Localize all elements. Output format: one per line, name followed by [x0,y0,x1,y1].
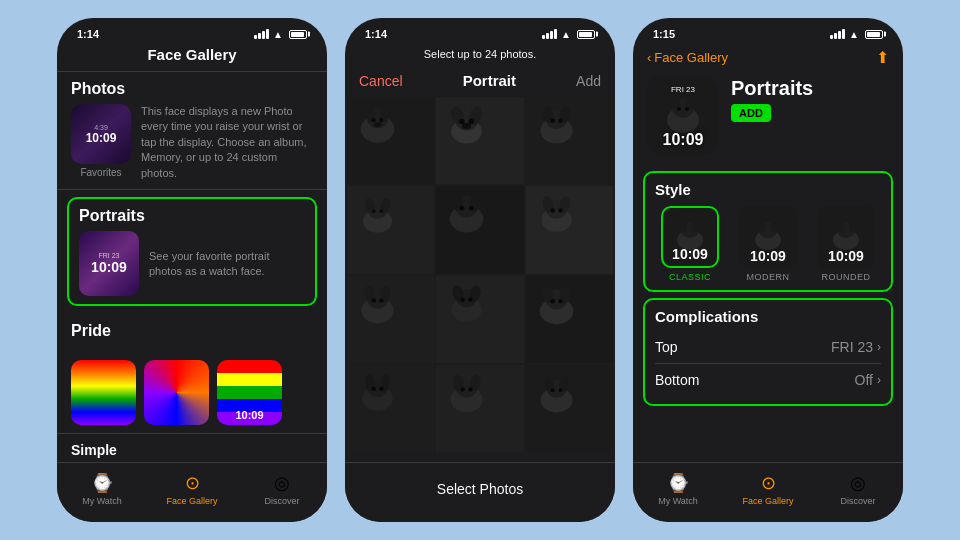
rounded-label: ROUNDED [821,272,870,282]
photo-cell-4[interactable] [347,186,434,273]
s3-hero: FRI 23 10:09 Portraits ADD [633,73,903,165]
tab-face-gallery-1[interactable]: ⊙ Face Gallery [147,472,237,506]
tab-face-gallery-3[interactable]: ⊙ Face Gallery [723,472,813,506]
complication-bottom[interactable]: Bottom Off › [655,364,881,396]
svg-point-78 [677,107,681,111]
svg-point-11 [460,119,465,124]
select-photos-button[interactable]: Select Photos [437,481,523,497]
pride-face-2[interactable] [144,360,209,425]
phone-screen-2: 1:14 ▲ Select up to 24 photos. Cancel Po… [345,18,615,522]
style-option-classic[interactable]: 10:09 CLASSIC [655,206,725,282]
photo-cell-3[interactable] [526,97,613,184]
photo-cell-2[interactable] [436,97,523,184]
svg-point-42 [371,298,376,303]
signal-icon-1 [254,29,269,39]
photo-cell-1[interactable] [347,97,434,184]
svg-point-54 [550,299,555,304]
complication-top-label: Top [655,339,678,355]
svg-point-79 [685,107,689,111]
status-icons-3: ▲ [830,29,883,40]
style-options: 10:09 CLASSIC 10:09 MODERN [655,206,881,282]
complications-section: Complications Top FRI 23 › Bottom Off › [643,298,893,406]
portraits-section[interactable]: Portraits FRI 23 10:09 See your favorite… [67,197,317,306]
complication-bottom-label: Bottom [655,372,699,388]
pride-section: 10:09 [57,346,327,433]
svg-point-73 [558,388,562,392]
portrait-time: 10:09 [91,259,127,275]
tab-my-watch-3[interactable]: ⌚ My Watch [633,472,723,506]
photos-watch-thumb[interactable]: 4:39 10:09 [71,104,131,164]
complication-bottom-value: Off › [855,372,881,388]
complication-top[interactable]: Top FRI 23 › [655,331,881,363]
time-display-2: 1:14 [365,28,387,40]
pride-face-1[interactable] [71,360,136,425]
wifi-icon-2: ▲ [561,29,571,40]
tab-discover-label-1: Discover [264,496,299,506]
status-icons-2: ▲ [542,29,595,40]
svg-point-67 [468,387,473,392]
portrait-date: FRI 23 [91,252,127,259]
svg-point-37 [558,209,563,214]
status-icons-1: ▲ [254,29,307,40]
dog-image-2 [436,97,497,158]
photo-grid [345,97,615,452]
battery-icon-2 [577,30,595,39]
dog-image-8 [436,276,497,337]
svg-point-30 [460,206,465,211]
portraits-description: See your favorite portrait photos as a w… [149,249,305,280]
dog-image-4 [347,186,408,247]
photo-cell-5[interactable] [436,186,523,273]
add-watch-face-button[interactable]: ADD [731,104,771,122]
tab-my-watch-1[interactable]: ⌚ My Watch [57,472,147,506]
share-button[interactable]: ⬆ [876,48,889,67]
portraits-detail-title: Portraits [731,77,889,100]
dog-image-3 [526,97,587,158]
style-section: Style 10:09 CLASSIC [643,171,893,292]
photos-description: This face displays a new Photo every tim… [141,104,313,181]
modern-watch-preview: 10:09 [739,206,797,268]
photos-section: 4:39 10:09 Favorites This face displays … [57,104,327,189]
status-bar-3: 1:15 ▲ [633,18,903,44]
s2-top-bar: Cancel Portrait Add [345,66,615,97]
divider-1 [57,189,327,190]
screen1-content: Photos 4:39 10:09 Favorites This face di… [57,72,327,462]
photo-cell-11[interactable] [436,365,523,452]
svg-point-60 [371,386,376,391]
photo-cell-10[interactable] [347,365,434,452]
back-button[interactable]: ‹ Face Gallery [647,50,728,65]
style-option-rounded[interactable]: 10:09 ROUNDED [811,206,881,282]
tab-discover-1[interactable]: ◎ Discover [237,472,327,506]
chevron-left-icon: ‹ [647,50,651,65]
photo-cell-6[interactable] [526,186,613,273]
classic-watch-preview: 10:09 [661,206,719,268]
style-option-modern[interactable]: 10:09 MODERN [733,206,803,282]
discover-icon-1: ◎ [274,472,290,494]
tab-discover-3[interactable]: ◎ Discover [813,472,903,506]
discover-icon-3: ◎ [850,472,866,494]
photo-cell-8[interactable] [436,276,523,363]
watch-icon-1: ⌚ [91,472,113,494]
modern-label: MODERN [747,272,790,282]
chevron-right-icon-bottom: › [877,373,881,387]
signal-icon-3 [830,29,845,39]
svg-point-55 [558,299,563,304]
classic-label: CLASSIC [669,272,711,282]
status-bar-2: 1:14 ▲ [345,18,615,44]
dog-image-1 [347,97,408,158]
cancel-button[interactable]: Cancel [359,73,403,89]
photo-cell-9[interactable] [526,276,613,363]
portrait-watch-thumb: FRI 23 10:09 [79,231,139,296]
pride-section-title: Pride [57,314,327,346]
pride-face-3[interactable]: 10:09 [217,360,282,425]
svg-point-24 [372,210,376,214]
svg-point-43 [379,298,384,303]
back-label: Face Gallery [654,50,728,65]
photo-cell-7[interactable] [347,276,434,363]
dog-image-12 [526,365,587,426]
dog-image-7 [347,276,408,337]
photo-cell-12[interactable] [526,365,613,452]
portraits-content: FRI 23 10:09 See your favorite portrait … [79,231,305,296]
add-button[interactable]: Add [576,73,601,89]
watch-time-preview: 10:09 [647,131,719,149]
watch-date-preview: FRI 23 [647,85,719,94]
